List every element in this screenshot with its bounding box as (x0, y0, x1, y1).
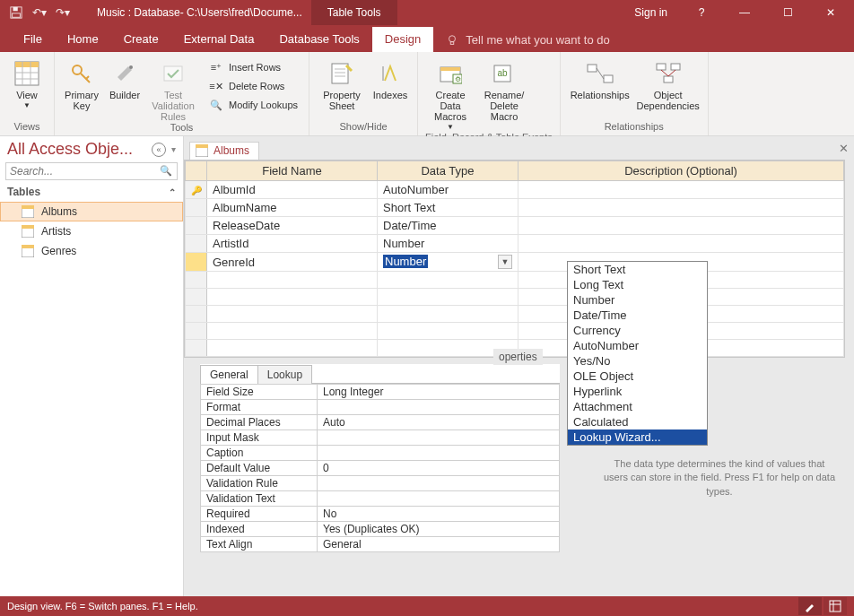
data-type-cell[interactable]: Date/Time (378, 217, 518, 235)
row-selector[interactable]: 🔑 (186, 181, 207, 199)
relationships-button[interactable]: Relationships (568, 56, 632, 100)
dropdown-option[interactable]: Date/Time (568, 308, 707, 323)
modify-lookups-button[interactable]: 🔍Modify Lookups (205, 97, 301, 113)
prop-value[interactable]: Yes (Duplicates OK) (318, 522, 560, 537)
undo-icon[interactable]: ↶▾ (32, 5, 47, 20)
redo-icon[interactable]: ↷▾ (56, 5, 70, 20)
tell-me-search[interactable]: Tell me what you want to do (433, 28, 622, 52)
tab-home[interactable]: Home (55, 27, 111, 52)
prop-value[interactable] (318, 491, 560, 507)
data-type-cell[interactable]: Short Text (378, 199, 518, 217)
help-icon[interactable]: ? (682, 0, 721, 25)
tab-external-data[interactable]: External Data (171, 27, 267, 52)
row-selector[interactable] (186, 235, 207, 253)
dropdown-option[interactable]: Yes/No (568, 353, 707, 369)
prop-name[interactable]: Field Size (201, 385, 318, 400)
row-selector[interactable] (186, 253, 207, 272)
prop-name[interactable]: Validation Rule (201, 476, 318, 491)
insert-rows-button[interactable]: ≡⁺Insert Rows (205, 59, 301, 75)
view-button[interactable]: View▼ (7, 56, 47, 110)
field-name-cell[interactable]: ArtistId (207, 235, 378, 253)
row-selector[interactable] (186, 217, 207, 235)
prop-name[interactable]: Format (201, 400, 318, 415)
nav-search-toggle-icon[interactable]: « (152, 143, 166, 157)
col-field-name[interactable]: Field Name (207, 161, 378, 181)
description-cell[interactable] (518, 217, 844, 235)
builder-button[interactable]: Builder (105, 56, 144, 100)
delete-rows-button[interactable]: ≡✕Delete Rows (205, 78, 301, 94)
data-type-dropdown[interactable]: Short Text Long Text Number Date/Time Cu… (567, 261, 708, 446)
prop-name[interactable]: Validation Text (201, 491, 318, 507)
description-cell[interactable] (518, 235, 844, 253)
prop-name[interactable]: Caption (201, 446, 318, 461)
dropdown-option-selected[interactable]: Lookup Wizard... (568, 429, 707, 445)
property-sheet-button[interactable]: Property Sheet (317, 56, 367, 111)
row-selector[interactable] (186, 306, 207, 323)
tab-design[interactable]: Design (372, 27, 433, 52)
col-description[interactable]: Description (Optional) (518, 161, 844, 181)
description-cell[interactable] (518, 199, 844, 217)
data-type-cell[interactable]: Number (378, 235, 518, 253)
prop-name[interactable]: Required (201, 507, 318, 522)
prop-value[interactable] (318, 400, 560, 415)
primary-key-button[interactable]: Primary Key (62, 56, 101, 111)
test-validation-button[interactable]: Test Validation Rules (148, 56, 198, 122)
prop-value[interactable]: No (318, 507, 560, 522)
prop-value[interactable]: Long Integer (318, 385, 560, 400)
nav-search-input[interactable] (5, 162, 178, 180)
field-name-cell[interactable]: ReleaseDate (207, 217, 378, 235)
document-tab-albums[interactable]: Albums (189, 142, 259, 160)
prop-name[interactable]: Text Align (201, 537, 318, 552)
col-data-type[interactable]: Data Type (378, 161, 518, 181)
row-selector[interactable] (186, 272, 207, 289)
dropdown-option[interactable]: Currency (568, 323, 707, 338)
prop-name[interactable]: Indexed (201, 522, 318, 537)
prop-value[interactable] (318, 476, 560, 491)
signin-button[interactable]: Sign in (623, 0, 678, 25)
maximize-button[interactable]: ☐ (768, 0, 807, 25)
prop-tab-general[interactable]: General (200, 365, 258, 384)
close-button[interactable]: ✕ (811, 0, 850, 25)
search-icon[interactable]: 🔍 (160, 165, 172, 177)
row-selector[interactable] (186, 199, 207, 217)
prop-value[interactable]: General (318, 537, 560, 552)
tab-create[interactable]: Create (111, 27, 171, 52)
prop-name[interactable]: Default Value (201, 461, 318, 476)
nav-item-artists[interactable]: Artists (0, 221, 183, 241)
field-name-cell[interactable]: AlbumId (207, 181, 378, 199)
nav-group-tables[interactable]: Tables ⌃ (0, 182, 183, 202)
dropdown-option[interactable]: Number (568, 292, 707, 308)
description-cell[interactable] (518, 181, 844, 199)
save-icon[interactable] (9, 5, 23, 20)
row-selector[interactable] (186, 340, 207, 357)
prop-name[interactable]: Input Mask (201, 430, 318, 446)
rename-delete-macro-button[interactable]: ab Rename/ Delete Macro (479, 56, 529, 122)
prop-value[interactable]: Auto (318, 415, 560, 430)
dropdown-arrow-icon[interactable]: ▼ (498, 255, 512, 269)
design-grid[interactable]: Field Name Data Type Description (Option… (184, 160, 845, 358)
dropdown-option[interactable]: Long Text (568, 277, 707, 292)
nav-item-albums[interactable]: Albums (0, 202, 183, 221)
indexes-button[interactable]: Indexes (370, 56, 410, 100)
view-datasheet-button[interactable] (824, 597, 847, 615)
view-design-button[interactable] (798, 597, 822, 615)
minimize-button[interactable]: — (725, 0, 764, 25)
dropdown-option[interactable]: Calculated (568, 414, 707, 429)
close-document-button[interactable]: ✕ (839, 142, 849, 155)
nav-title[interactable]: All Access Obje... (7, 140, 152, 159)
nav-item-genres[interactable]: Genres (0, 241, 183, 261)
row-selector[interactable] (186, 289, 207, 306)
chevron-down-icon[interactable]: ▾ (171, 144, 176, 154)
tab-file[interactable]: File (11, 27, 55, 52)
prop-value[interactable]: 0 (318, 461, 560, 476)
dropdown-option[interactable]: Hyperlink (568, 384, 707, 399)
field-name-cell[interactable]: AlbumName (207, 199, 378, 217)
row-selector-header[interactable] (186, 161, 207, 181)
prop-name[interactable]: Decimal Places (201, 415, 318, 430)
field-name-cell[interactable]: GenreId (207, 253, 378, 272)
dropdown-option[interactable]: Short Text (568, 262, 707, 277)
prop-value[interactable] (318, 446, 560, 461)
prop-value[interactable] (318, 430, 560, 446)
object-dependencies-button[interactable]: Object Dependencies (636, 56, 701, 111)
dropdown-option[interactable]: OLE Object (568, 369, 707, 384)
